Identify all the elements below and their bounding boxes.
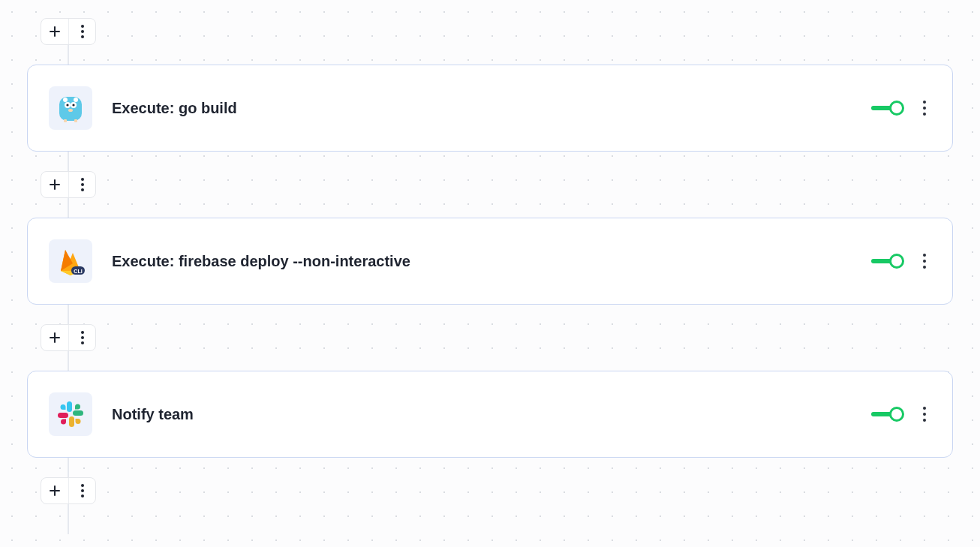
step-more-button[interactable] xyxy=(918,249,931,273)
add-step-button[interactable] xyxy=(41,478,68,503)
firebase-cli-icon: CLI xyxy=(49,239,92,283)
svg-rect-28 xyxy=(73,410,83,416)
more-vertical-icon xyxy=(81,178,84,191)
step-more-button[interactable] xyxy=(918,96,931,120)
more-vertical-icon xyxy=(923,254,926,269)
step-enabled-toggle[interactable] xyxy=(871,101,904,116)
svg-rect-12 xyxy=(74,119,77,122)
svg-point-35 xyxy=(81,489,84,492)
svg-point-22 xyxy=(923,260,926,263)
step-title: Execute: firebase deploy --non-interacti… xyxy=(112,253,871,270)
step-more-button[interactable] xyxy=(918,402,931,426)
step-title: Execute: go build xyxy=(112,100,871,117)
workflow-step[interactable]: Notify team xyxy=(27,371,953,458)
add-step-bar xyxy=(41,477,96,504)
step-title: Notify team xyxy=(112,406,871,423)
svg-point-21 xyxy=(923,254,926,257)
go-icon xyxy=(49,86,92,130)
plus-icon xyxy=(49,26,61,38)
plus-icon xyxy=(49,485,61,497)
svg-text:CLI: CLI xyxy=(74,269,82,274)
svg-point-34 xyxy=(81,484,84,487)
svg-point-36 xyxy=(81,494,84,497)
svg-point-23 xyxy=(923,266,926,269)
step-bar-more-button[interactable] xyxy=(68,172,95,197)
step-bar-more-button[interactable] xyxy=(68,325,95,350)
svg-point-1 xyxy=(81,30,84,33)
more-vertical-icon xyxy=(81,25,84,38)
svg-point-17 xyxy=(81,183,84,186)
svg-point-32 xyxy=(923,413,926,416)
more-vertical-icon xyxy=(923,407,926,422)
more-vertical-icon xyxy=(923,101,926,116)
add-step-bar xyxy=(41,171,96,198)
svg-point-4 xyxy=(63,98,68,102)
add-step-button[interactable] xyxy=(41,19,68,44)
svg-point-31 xyxy=(923,407,926,410)
svg-rect-27 xyxy=(67,401,72,412)
step-actions xyxy=(871,96,931,120)
step-enabled-toggle[interactable] xyxy=(871,407,904,422)
svg-point-14 xyxy=(923,107,926,110)
step-bar-more-button[interactable] xyxy=(68,19,95,44)
more-vertical-icon xyxy=(81,331,84,344)
add-step-button[interactable] xyxy=(41,325,68,350)
toggle-thumb xyxy=(889,407,904,422)
more-vertical-icon xyxy=(81,484,84,497)
slack-icon xyxy=(49,392,92,436)
workflow-step[interactable]: Execute: go build xyxy=(27,65,953,152)
toggle-thumb xyxy=(889,101,904,116)
add-step-bar xyxy=(41,18,96,45)
svg-point-15 xyxy=(923,113,926,116)
svg-rect-29 xyxy=(69,416,74,427)
add-step-button[interactable] xyxy=(41,172,68,197)
step-actions xyxy=(871,402,931,426)
svg-rect-30 xyxy=(58,413,68,418)
toggle-thumb xyxy=(889,254,904,269)
svg-point-9 xyxy=(72,104,74,106)
workflow-step[interactable]: CLI Execute: firebase deploy --non-inter… xyxy=(27,218,953,305)
svg-point-26 xyxy=(81,341,84,344)
add-step-bar xyxy=(41,324,96,351)
svg-point-18 xyxy=(81,188,84,191)
svg-point-0 xyxy=(81,25,84,28)
plus-icon xyxy=(49,179,61,191)
step-actions xyxy=(871,249,931,273)
svg-point-13 xyxy=(923,101,926,104)
plus-icon xyxy=(49,332,61,344)
workflow-canvas: Execute: go build xyxy=(0,0,980,547)
svg-point-16 xyxy=(81,178,84,181)
svg-point-8 xyxy=(66,104,68,106)
step-enabled-toggle[interactable] xyxy=(871,254,904,269)
svg-point-2 xyxy=(81,35,84,38)
svg-point-24 xyxy=(81,331,84,334)
svg-point-5 xyxy=(74,98,78,102)
svg-point-33 xyxy=(923,419,926,422)
svg-point-10 xyxy=(68,109,73,112)
step-bar-more-button[interactable] xyxy=(68,478,95,503)
svg-point-25 xyxy=(81,336,84,339)
svg-rect-11 xyxy=(64,119,67,122)
workflow-flow: Execute: go build xyxy=(27,18,953,504)
